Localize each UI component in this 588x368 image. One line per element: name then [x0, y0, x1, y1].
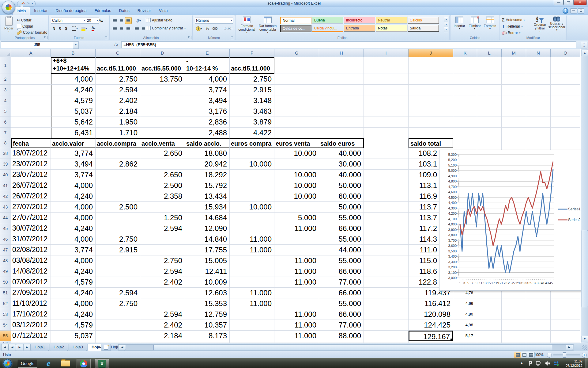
cell-A7[interactable] — [11, 128, 51, 138]
column-header-E[interactable]: E — [185, 49, 230, 57]
next-sheet-icon[interactable]: ▶ — [16, 344, 23, 351]
cell-H55[interactable]: 88.000 — [319, 331, 364, 341]
cell-A4[interactable] — [11, 95, 51, 106]
cell-I47[interactable] — [364, 245, 409, 255]
row-header-44[interactable]: 44 — [0, 213, 11, 223]
cell-G8[interactable]: euros venta — [274, 138, 319, 148]
row-header-47[interactable]: 47 — [0, 245, 11, 255]
style-bad[interactable]: Incorrecto — [344, 17, 375, 24]
cell-D42[interactable]: 2.358 — [140, 191, 185, 202]
cell-B2[interactable]: 4,000 — [51, 74, 96, 85]
align-right-icon[interactable] — [125, 25, 132, 32]
cell-E45[interactable]: 12.090 — [185, 223, 230, 234]
number-format-select[interactable]: Número▾ — [195, 17, 233, 24]
ribbon-tab-vista[interactable]: Vista — [155, 7, 172, 15]
cell-A3[interactable] — [11, 85, 51, 95]
cell-G6[interactable] — [274, 117, 319, 128]
column-header-D[interactable]: D — [140, 49, 185, 57]
conditional-formatting-button[interactable]: Formato condicional ▾ — [237, 17, 256, 33]
cell-J53[interactable]: 120.098 — [409, 309, 453, 320]
cell-D40[interactable]: 2.650 — [140, 170, 185, 180]
row-header-49[interactable]: 49 — [0, 266, 11, 277]
cell-F50[interactable] — [230, 277, 274, 288]
cell-K4[interactable] — [453, 95, 477, 106]
cell-I3[interactable] — [364, 85, 409, 95]
cell-N55[interactable] — [526, 331, 551, 341]
office-button[interactable] — [2, 1, 15, 14]
cell-H39[interactable]: 30.000 — [319, 159, 364, 170]
scroll-down-icon[interactable]: ▼ — [582, 336, 588, 342]
cell-F48[interactable] — [230, 255, 274, 266]
zoom-slider-thumb[interactable] — [563, 352, 566, 358]
cell-L3[interactable] — [477, 85, 502, 95]
cell-H49[interactable]: 66.000 — [319, 266, 364, 277]
cell-B1[interactable]: precio tl5 +6+8 +10+12+14% — [51, 57, 96, 74]
cell-H7[interactable] — [319, 128, 364, 138]
font-family-select[interactable]: Calibri▾ — [51, 17, 86, 24]
cell-G53[interactable]: 11.000 — [274, 309, 319, 320]
ribbon-tab-datos[interactable]: Datos — [115, 7, 134, 15]
cell-E8[interactable]: saldo accio. — [185, 138, 230, 148]
cell-F3[interactable]: 2.915 — [230, 85, 274, 95]
cell-F55[interactable] — [230, 331, 274, 341]
scroll-right-icon[interactable]: ▶ — [566, 345, 573, 350]
cell-I51[interactable] — [364, 288, 409, 298]
cell-O53[interactable] — [551, 309, 580, 320]
cell-M6[interactable] — [502, 117, 526, 128]
cell-N4[interactable] — [526, 95, 551, 106]
cell-E38[interactable]: 18.080 — [185, 148, 230, 159]
cell-D1[interactable]: acc.tl5.55.000 — [140, 57, 185, 74]
cell-L1[interactable] — [477, 57, 502, 74]
cell-C47[interactable]: 2.915 — [96, 245, 140, 255]
cell-B51[interactable]: 4,240 — [51, 288, 96, 298]
cell-C48[interactable] — [96, 255, 140, 266]
cell-B38[interactable]: 3,774 — [51, 148, 96, 159]
cell-N7[interactable] — [526, 128, 551, 138]
cell-J52[interactable]: 116.412 — [409, 298, 453, 309]
cell-C6[interactable]: 1.950 — [96, 117, 140, 128]
cell-F45[interactable] — [230, 223, 274, 234]
cell-I7[interactable] — [364, 128, 409, 138]
cell-C43[interactable]: 2.500 — [96, 202, 140, 213]
style-normal[interactable]: Normal — [280, 17, 311, 24]
cell-A2[interactable] — [11, 74, 51, 85]
cell-O7[interactable] — [551, 128, 580, 138]
cell-I40[interactable] — [364, 170, 409, 180]
cell-I46[interactable] — [364, 234, 409, 245]
increase-decimal-icon[interactable]: ←.0 — [221, 25, 227, 32]
cell-C41[interactable] — [96, 180, 140, 191]
cell-C4[interactable]: 2.402 — [96, 95, 140, 106]
cell-C44[interactable] — [96, 213, 140, 223]
column-header-N[interactable]: N — [526, 49, 551, 57]
cell-D41[interactable]: 2.500 — [140, 180, 185, 191]
cell-G5[interactable] — [274, 106, 319, 117]
cell-B6[interactable]: 5,642 — [51, 117, 96, 128]
cell-D54[interactable]: 2.402 — [140, 320, 185, 331]
workbook-minimize-button[interactable]: — — [570, 8, 577, 13]
cell-D7[interactable] — [140, 128, 185, 138]
sheet-tab-hoja2[interactable]: Hoja2 — [50, 344, 68, 351]
cell-H2[interactable] — [319, 74, 364, 85]
cell-B52[interactable]: 4,000 — [51, 298, 96, 309]
scroll-left-icon[interactable]: ◀ — [119, 345, 126, 350]
horizontal-scroll-thumb[interactable] — [153, 345, 552, 350]
cell-J6[interactable] — [409, 117, 453, 128]
clear-button[interactable]: Borrar▾ — [502, 30, 520, 36]
cell-G4[interactable] — [274, 95, 319, 106]
cell-N5[interactable] — [526, 106, 551, 117]
cell-F51[interactable]: 11.000 — [230, 288, 274, 298]
cell-L54[interactable] — [477, 320, 502, 331]
network-icon[interactable] — [536, 361, 541, 366]
cell-L2[interactable] — [477, 74, 502, 85]
cell-G45[interactable]: 11.000 — [274, 223, 319, 234]
row-header-48[interactable]: 48 — [0, 255, 11, 266]
gallery-down-icon[interactable]: ▼ — [444, 22, 448, 27]
cell-A44[interactable]: 27/07/2012 — [11, 213, 51, 223]
row-header-8[interactable]: 8 — [0, 138, 11, 148]
cell-E3[interactable]: 3,774 — [185, 85, 230, 95]
column-header-A[interactable]: A — [11, 49, 51, 57]
cell-M55[interactable] — [502, 331, 526, 341]
cell-H44[interactable]: 55.000 — [319, 213, 364, 223]
cell-C54[interactable] — [96, 320, 140, 331]
style-check[interactable]: Celda de co... — [280, 25, 311, 32]
